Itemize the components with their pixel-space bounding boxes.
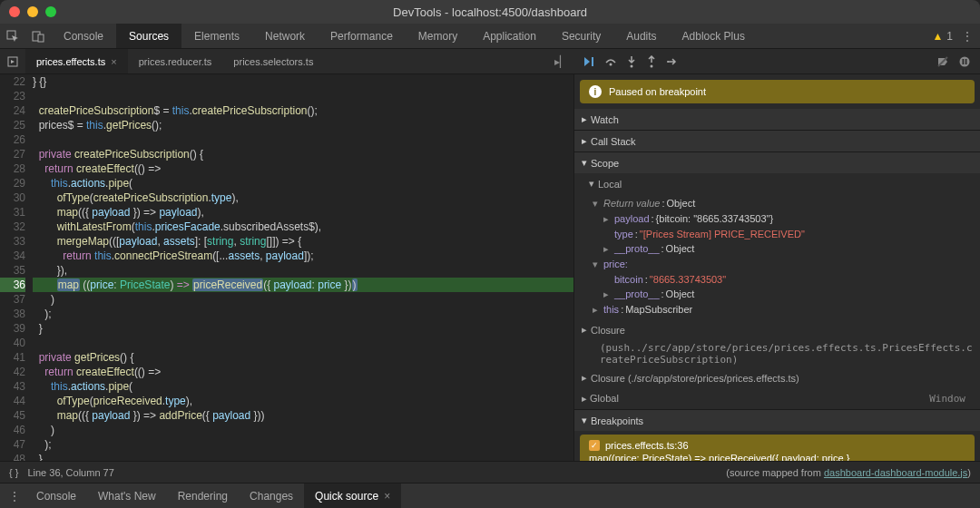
tab-application[interactable]: Application [470,24,549,48]
line-gutter[interactable]: 2223242526272829303132333435363738394041… [0,74,33,461]
step-into-button[interactable] [626,55,637,68]
step-over-button[interactable] [604,55,617,68]
pause-exceptions-button[interactable] [958,55,971,68]
close-tab-icon[interactable]: × [111,56,116,67]
svg-point-10 [960,56,970,66]
scope-row[interactable]: type: "[Prices Stream] PRICE_RECEIVED" [574,227,980,241]
scope-global[interactable]: ▸ GlobalWindow [574,388,980,409]
scope-row[interactable]: ▾price: [574,257,980,272]
overflow-icon[interactable]: ▸▏ [548,55,573,68]
device-toggle-icon[interactable] [25,24,51,48]
chevron-down-icon: ▾ [582,415,587,426]
scope-row[interactable]: ▸this: MapSubscriber [574,302,980,318]
breakpoint-item[interactable]: ✓prices.effects.ts:36 map((price: PriceS… [580,435,975,461]
chevron-right-icon: ▸ [582,135,587,147]
svg-point-7 [651,64,653,67]
debugger-panel: i Paused on breakpoint ▸Watch ▸Call Stac… [573,74,980,461]
scope-closure2[interactable]: ▸Closure (./src/app/store/prices/prices.… [574,367,980,388]
step-button[interactable] [666,55,679,68]
section-breakpoints[interactable]: ▾Breakpoints [574,410,980,431]
file-tab-label: prices.effects.ts [36,56,105,67]
main-pane: 2223242526272829303132333435363738394041… [0,74,980,461]
step-out-button[interactable] [646,55,657,68]
drawer-tab-console[interactable]: Console [25,484,87,508]
file-tab-bar: prices.effects.ts× prices.reducer.ts pri… [0,49,573,74]
svg-point-8 [667,61,669,63]
scope-closure[interactable]: ▸Closure [574,319,980,340]
svg-rect-12 [965,59,967,64]
window-titlebar: DevTools - localhost:4500/dashboard [0,0,980,24]
warning-indicator[interactable]: ▲1 [932,30,953,43]
pause-message: Paused on breakpoint [609,86,706,97]
tab-console[interactable]: Console [51,24,116,48]
file-tab-label: prices.selectors.ts [233,56,313,67]
breakpoint-text: map((price: PriceState) => priceReceived… [589,453,965,461]
warning-count: 1 [946,30,953,43]
chevron-right-icon: ▸ [582,372,587,384]
scope-row[interactable]: bitcoin: "8665.33743503" [574,272,980,287]
chevron-down-icon: ▾ [589,178,594,190]
tab-performance[interactable]: Performance [318,24,406,48]
pause-banner: i Paused on breakpoint [580,80,975,103]
breakpoint-checkbox[interactable]: ✓ [589,440,600,451]
scope-row[interactable]: ▸__proto__: Object [574,241,980,257]
navigator-toggle-icon[interactable] [0,56,25,67]
svg-rect-11 [963,59,965,64]
resume-button[interactable] [583,55,595,68]
format-icon[interactable]: { } [9,467,18,478]
drawer-tab-rendering[interactable]: Rendering [167,484,239,508]
file-tab-active[interactable]: prices.effects.ts× [25,49,128,73]
scope-row[interactable]: ▾Return value: Object [574,196,980,211]
inspect-icon[interactable] [0,24,25,48]
svg-point-6 [631,64,633,67]
window-title: DevTools - localhost:4500/dashboard [0,5,980,19]
tab-elements[interactable]: Elements [181,24,252,48]
chevron-right-icon: ▸ [582,393,587,404]
source-map-info: (source mapped from dashboard-dashboard-… [726,467,971,478]
chevron-right-icon: ▸ [582,324,587,336]
svg-rect-4 [592,57,593,66]
section-callstack[interactable]: ▸Call Stack [574,131,980,151]
file-tab-label: prices.reducer.ts [139,56,212,67]
close-tab-icon[interactable]: × [384,490,390,503]
warning-icon: ▲ [932,30,943,43]
scope-row[interactable]: ▸__proto__: Object [574,287,980,302]
more-icon[interactable]: ⋮ [962,30,971,43]
tab-network[interactable]: Network [252,24,318,48]
tab-sources[interactable]: Sources [116,24,181,48]
file-tab[interactable]: prices.reducer.ts [128,49,223,73]
drawer-tab-quicksource[interactable]: Quick source× [304,484,401,508]
devtools-tabs: Console Sources Elements Network Perform… [0,24,980,49]
drawer-tabs: ⋮ Console What's New Rendering Changes Q… [0,483,980,508]
section-watch[interactable]: ▸Watch [574,109,980,130]
closure-detail: (push../src/app/store/prices/prices.effe… [574,340,980,367]
scope-local[interactable]: ▾Local [574,173,980,194]
svg-rect-2 [38,34,44,42]
status-bar: { } Line 36, Column 77 (source mapped fr… [0,461,980,483]
deactivate-breakpoints-button[interactable] [936,55,949,68]
chevron-down-icon: ▾ [582,157,587,169]
tab-security[interactable]: Security [549,24,613,48]
cursor-position: Line 36, Column 77 [27,467,113,478]
tab-memory[interactable]: Memory [406,24,470,48]
drawer-tab-changes[interactable]: Changes [239,484,304,508]
chevron-right-icon: ▸ [582,113,587,125]
scope-row[interactable]: ▸payload: {bitcoin: "8665.33743503"} [574,211,980,227]
source-map-link[interactable]: dashboard-dashboard-module.js [824,467,967,478]
code-editor[interactable]: 2223242526272829303132333435363738394041… [0,74,573,461]
file-tab[interactable]: prices.selectors.ts [222,49,324,73]
breakpoint-location: prices.effects.ts:36 [605,440,689,451]
drawer-tab-whatsnew[interactable]: What's New [87,484,167,508]
info-icon: i [589,85,602,98]
tab-adblock[interactable]: Adblock Plus [670,24,758,48]
code-area[interactable]: } {} createPriceSubscription$ = this.cre… [33,74,573,461]
section-scope[interactable]: ▾Scope [574,152,980,173]
debugger-controls [573,49,980,74]
svg-point-5 [610,63,612,65]
tab-audits[interactable]: Audits [613,24,669,48]
drawer-menu-icon[interactable]: ⋮ [9,490,20,503]
